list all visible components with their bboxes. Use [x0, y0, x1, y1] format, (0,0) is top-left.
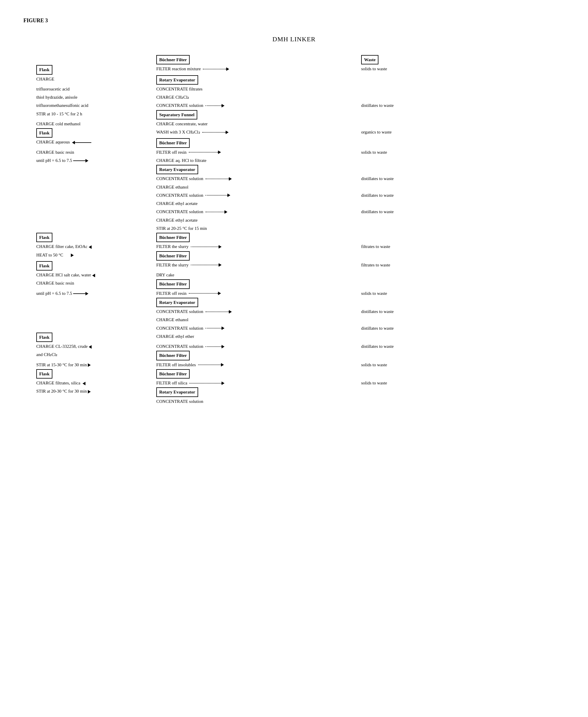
box-header: Büchner Filter: [156, 233, 190, 242]
table-row: CONCENTRATE solution distillates to wast…: [35, 191, 553, 199]
diagram: Büchner FilterWasteFlaskFILTER reaction …: [23, 55, 565, 406]
waste-cell: solids to waste: [360, 289, 553, 298]
step-text: FILTER off resin: [156, 150, 186, 155]
dotted-arrow: [202, 130, 229, 134]
waste-cell: organics to waste: [360, 128, 553, 138]
dotted-arrow: [206, 210, 227, 214]
middle-cell: DRY cake: [155, 271, 360, 279]
flask-cell: STIR at 10 - 15 °C for 2 h: [35, 110, 155, 120]
step-text: CONCENTRATE solution: [156, 176, 203, 181]
table-row: HEAT to 50 °C Büchner Filter: [35, 251, 553, 261]
table-row: STIR at 15-30 °C for 30 min FILTER off i…: [35, 361, 553, 369]
middle-cell: CONCENTRATE filtrates: [155, 85, 360, 93]
dotted-arrow: [206, 345, 225, 348]
waste-cell: distillates to waste: [360, 342, 553, 350]
box-header: Büchner Filter: [156, 55, 190, 64]
table-row: until pH = 6.5 to 7.5 CHARGE aq. HCl to …: [35, 156, 553, 165]
box-header: Büchner Filter: [156, 138, 190, 147]
table-row: STIR at 20-30 °C for 30 min Rotary Evapo…: [35, 387, 553, 397]
step-text: CONCENTRATE solution: [156, 103, 203, 108]
box-bold: Rotary Evaporator: [156, 298, 198, 307]
dotted-arrow: [189, 382, 225, 385]
box-header: Flask: [36, 261, 52, 270]
table-row: FlaskBüchner Filter: [35, 369, 553, 379]
flask-cell: until pH = 6.5 to 7.5: [35, 156, 155, 165]
box-header: Flask: [36, 369, 52, 378]
flask-cell: STIR at 20-30 °C for 30 min: [35, 387, 155, 397]
box-bold: Rotary Evaporator: [156, 165, 198, 174]
box-header: Flask: [36, 65, 52, 74]
waste-cell: filtrates to waste: [360, 242, 553, 251]
middle-cell: CHARGE ethanol: [155, 183, 360, 191]
dotted-arrow: [206, 193, 230, 197]
waste-cell: distillates to waste: [360, 191, 553, 199]
table-row: STIR at 10 - 15 °C for 2 hSeparatory Fun…: [35, 110, 553, 120]
step-text: WASH with 3 X CH₂Cl₂: [156, 130, 200, 135]
flask-cell: trifluoroacetic acid: [35, 85, 155, 93]
table-row: FlaskFILTER reaction mixture solids to w…: [35, 65, 553, 75]
box-header: Flask: [36, 333, 52, 342]
table-row: thiol hydrazide, anisoleCHARGE CH₂Cl₂: [35, 93, 553, 101]
table-row: CONCENTRATE solution distillates to wast…: [35, 208, 553, 216]
middle-cell: CHARGE concentrate, water: [155, 120, 360, 128]
table-row: and CH₂Cl₂Büchner Filter: [35, 350, 553, 361]
table-row: FlaskCHARGE ethyl ether: [35, 332, 553, 342]
table-row: CHARGERotary Evaporator: [35, 75, 553, 85]
dotted-arrow: [191, 245, 222, 249]
waste-cell: distillates to waste: [360, 101, 553, 109]
middle-cell: CONCENTRATE solution: [155, 397, 360, 406]
middle-cell: CHARGE aq. HCl to filtrate: [155, 156, 360, 165]
step-text: FILTER off resin: [156, 291, 186, 296]
step-text: FILTER reaction mixture: [156, 66, 201, 71]
flask-cell: CHARGE basic resin: [35, 279, 155, 289]
dotted-arrow: [189, 150, 221, 154]
middle-cell: STIR at 20-25 °C for 15 min: [155, 224, 360, 232]
table-row: CHARGE basic resinFILTER off resin solid…: [35, 148, 553, 156]
table-row: Rotary Evaporator: [35, 165, 553, 175]
title: DMH LINKER: [23, 36, 565, 43]
table-row: CHARGE ethyl acetate: [35, 216, 553, 224]
box-header: Waste: [361, 55, 378, 64]
dotted-arrow: [191, 263, 222, 267]
dotted-arrow: [206, 310, 232, 313]
table-row: CHARGE ethanol: [35, 183, 553, 191]
flask-cell: CHARGE basic resin: [35, 148, 155, 156]
box-header: Flask: [36, 233, 52, 242]
flask-cell: and CH₂Cl₂: [35, 350, 155, 361]
waste-cell: solids to waste: [360, 65, 553, 75]
table-row: trifluoromethanesulfonic acidCONCENTRATE…: [35, 101, 553, 109]
table-row: FlaskBüchner Filter: [35, 232, 553, 242]
table-row: until pH = 6.5 to 7.5 FILTER off resin s…: [35, 289, 553, 298]
flask-cell: CHARGE: [35, 75, 155, 85]
table-row: CHARGE ethyl acetate: [35, 199, 553, 208]
middle-cell: CHARGE CH₂Cl₂: [155, 93, 360, 101]
flask-cell: CHARGE aqueous: [35, 138, 155, 148]
box-bold: Rotary Evaporator: [156, 75, 198, 85]
table-row: CHARGE CL-332258, crude CONCENTRATE solu…: [35, 342, 553, 350]
box-header: Büchner Filter: [156, 351, 190, 360]
step-text: CONCENTRATE solution: [156, 344, 203, 349]
step-text: FILTER off silica: [156, 381, 187, 385]
flask-cell: CHARGE CL-332258, crude: [35, 342, 155, 350]
flask-cell: CHARGE HCl salt cake, water: [35, 271, 155, 279]
step-text: CONCENTRATE solution: [156, 209, 203, 214]
box-header: Büchner Filter: [156, 279, 190, 289]
table-row: FlaskWASH with 3 X CH₂Cl₂ organics to wa…: [35, 128, 553, 138]
table-row: CHARGE filter cake, EtOAc FILTER the slu…: [35, 242, 553, 251]
step-text: CONCENTRATE solution: [156, 193, 203, 198]
middle-cell: CHARGE ethanol: [155, 315, 360, 324]
flask-cell: STIR at 15-30 °C for 30 min: [35, 361, 155, 369]
waste-cell: solids to waste: [360, 379, 553, 387]
dotted-arrow: [206, 326, 225, 330]
waste-cell: distillates to waste: [360, 307, 553, 315]
table-row: STIR at 20-25 °C for 15 min: [35, 224, 553, 232]
table-row: CHARGE aqueous Büchner Filter: [35, 138, 553, 148]
table-row: Büchner FilterWaste: [35, 55, 553, 65]
table-row: CONCENTRATE solution: [35, 397, 553, 406]
flask-cell: thiol hydrazide, anisole: [35, 93, 155, 101]
flask-cell: CHARGE filtrates, silica: [35, 379, 155, 387]
table-row: CONCENTRATE solution distillates to wast…: [35, 307, 553, 315]
figure-label: FIGURE 3: [23, 18, 565, 24]
step-text: FILTER off insolubles: [156, 363, 196, 367]
step-text: FILTER the slurry: [156, 263, 188, 267]
